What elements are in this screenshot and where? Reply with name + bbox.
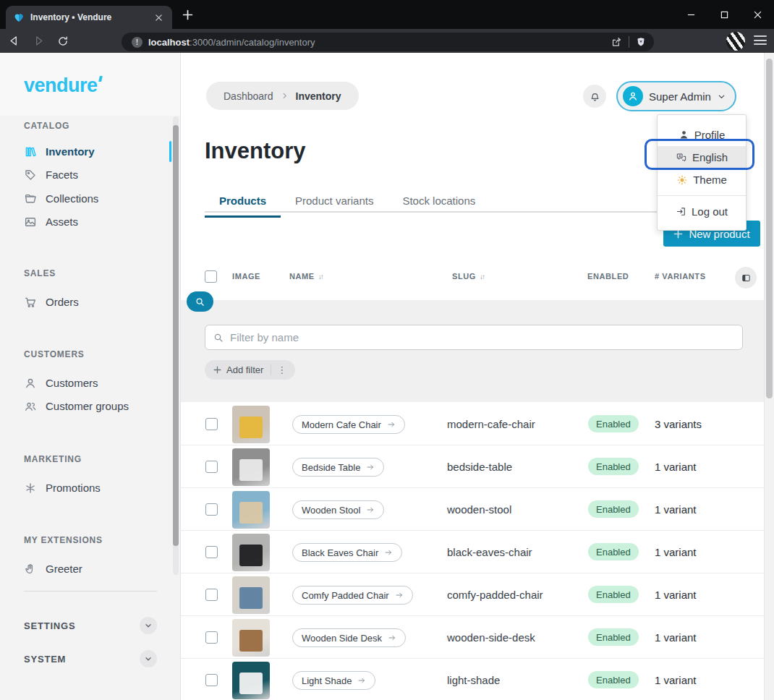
tab-product-variants[interactable]: Product variants <box>281 189 388 218</box>
product-name-chip[interactable]: Black Eaves Chair <box>292 543 402 562</box>
maximize-icon[interactable] <box>707 0 741 29</box>
sidebar-item-inventory[interactable]: Inventory <box>0 141 172 162</box>
sidebar-item-customer-groups[interactable]: Customer groups <box>0 396 172 417</box>
close-window-icon[interactable] <box>741 0 774 29</box>
tab-stock-locations[interactable]: Stock locations <box>388 189 490 218</box>
product-slug: bedside-table <box>447 461 512 473</box>
sort-icon[interactable]: ↓↑ <box>318 273 323 281</box>
product-thumbnail <box>232 448 270 486</box>
breadcrumb-dashboard[interactable]: Dashboard <box>224 90 273 102</box>
menu-item-english[interactable]: A English <box>658 146 746 168</box>
product-name-chip[interactable]: Light Shade <box>292 671 375 690</box>
row-checkbox[interactable] <box>205 674 218 686</box>
product-table: Modern Cafe Chair modern-cafe-chair Enab… <box>181 403 764 700</box>
section-label-marketing: MARKETING <box>24 454 82 464</box>
product-name-chip[interactable]: Wooden Stool <box>292 500 384 519</box>
browser-chrome: Inventory • Vendure <box>0 0 774 53</box>
row-checkbox[interactable] <box>205 546 218 558</box>
cart-icon <box>24 296 37 309</box>
minimize-icon[interactable] <box>674 0 707 29</box>
column-header-slug[interactable]: SLUG↓↑ <box>452 272 484 281</box>
variant-count: 1 variant <box>655 674 697 686</box>
user-menu-button[interactable]: Super Admin <box>616 81 736 111</box>
reload-icon[interactable] <box>52 31 74 51</box>
browser-tab[interactable]: Inventory • Vendure <box>6 6 172 29</box>
forward-icon[interactable] <box>27 31 49 51</box>
chevron-down-icon[interactable] <box>140 617 157 634</box>
arrow-right-icon <box>366 505 375 514</box>
product-name-chip[interactable]: Modern Cafe Chair <box>292 415 405 434</box>
menu-item-logout[interactable]: Log out <box>658 200 746 223</box>
row-checkbox[interactable] <box>205 461 218 473</box>
active-item-indicator <box>169 141 171 162</box>
notifications-button[interactable] <box>583 85 606 108</box>
column-settings-button[interactable] <box>735 267 757 289</box>
sidebar-item-assets[interactable]: Assets <box>0 211 172 232</box>
table-header-row: IMAGE NAME↓↑ SLUG↓↑ ENABLED # VARIANTS <box>181 259 764 296</box>
select-all-checkbox[interactable] <box>205 270 217 283</box>
sidebar-item-facets[interactable]: Facets <box>0 164 172 185</box>
column-header-image: IMAGE <box>232 272 260 281</box>
column-header-name[interactable]: NAME↓↑ <box>289 272 323 281</box>
chevron-down-icon[interactable] <box>140 650 157 667</box>
user-icon <box>24 377 37 390</box>
url-host: localhost <box>148 37 190 48</box>
window-controls <box>674 0 774 29</box>
product-name-chip[interactable]: Comfy Padded Chair <box>292 586 413 605</box>
url-bar[interactable]: ! localhost:3000/admin/catalog/inventory <box>122 33 654 51</box>
columns-icon <box>741 273 752 283</box>
toolbar-divider <box>629 36 629 48</box>
vendure-logo[interactable]: vendure <box>24 74 98 97</box>
page-scrollbar[interactable] <box>764 53 774 700</box>
plus-icon <box>213 366 221 374</box>
sidebar-item-greeter[interactable]: Greeter <box>0 558 172 579</box>
menu-item-theme[interactable]: Theme <box>658 168 746 191</box>
row-checkbox[interactable] <box>205 503 218 516</box>
row-checkbox[interactable] <box>205 418 218 430</box>
filter-input-wrap <box>205 325 743 350</box>
table-row: Comfy Padded Chair comfy-padded-chair En… <box>181 573 764 616</box>
section-label-sales: SALES <box>24 268 56 278</box>
toggle-search-button[interactable] <box>187 291 213 312</box>
new-tab-icon[interactable] <box>182 9 193 20</box>
row-checkbox[interactable] <box>205 631 218 644</box>
sidebar-item-promotions[interactable]: Promotions <box>0 477 172 498</box>
add-filter-button[interactable]: Add filter ⋮ <box>205 360 295 380</box>
sidebar-item-collections[interactable]: Collections <box>0 188 172 209</box>
browser-menu-icon[interactable] <box>754 35 767 45</box>
site-info-icon[interactable]: ! <box>132 37 143 48</box>
product-slug: black-eaves-chair <box>447 546 532 558</box>
avatar <box>623 86 643 106</box>
sidebar-group-system[interactable]: SYSTEM <box>24 649 157 668</box>
sidebar-group-settings[interactable]: SETTINGS <box>24 616 157 635</box>
sort-icon[interactable]: ↓↑ <box>480 273 484 281</box>
tab-close-icon[interactable] <box>152 11 165 24</box>
product-thumbnail <box>232 662 270 699</box>
brave-shield-icon[interactable] <box>635 36 647 48</box>
status-badge: Enabled <box>588 500 639 518</box>
product-name-chip[interactable]: Bedside Table <box>292 458 384 477</box>
users-icon <box>24 400 37 413</box>
share-icon[interactable] <box>611 36 623 48</box>
page-title: Inventory <box>205 138 306 164</box>
product-name-chip[interactable]: Wooden Side Desk <box>292 628 406 647</box>
back-icon[interactable] <box>3 31 25 51</box>
menu-item-profile[interactable]: Profile <box>658 124 746 146</box>
tab-products[interactable]: Products <box>205 189 281 218</box>
breadcrumb: Dashboard Inventory <box>206 82 359 110</box>
kebab-menu-icon[interactable]: ⋮ <box>271 364 292 375</box>
sidebar-scrollbar-thumb[interactable] <box>173 125 179 546</box>
chevron-right-icon <box>281 92 289 100</box>
page-scrollbar-thumb[interactable] <box>766 59 773 398</box>
row-checkbox[interactable] <box>205 589 218 601</box>
browser-profile-avatar[interactable] <box>726 32 745 51</box>
variant-count: 1 variant <box>655 503 697 516</box>
product-slug: comfy-padded-chair <box>447 589 543 601</box>
vendure-favicon-icon <box>13 12 25 23</box>
status-badge: Enabled <box>588 586 639 603</box>
breadcrumb-inventory[interactable]: Inventory <box>296 90 341 102</box>
sidebar-item-customers[interactable]: Customers <box>0 372 172 393</box>
sidebar-item-orders[interactable]: Orders <box>0 291 172 312</box>
sidebar: vendure CATALOG Inventory Facets Collect… <box>0 53 181 700</box>
filter-by-name-input[interactable] <box>230 331 735 343</box>
